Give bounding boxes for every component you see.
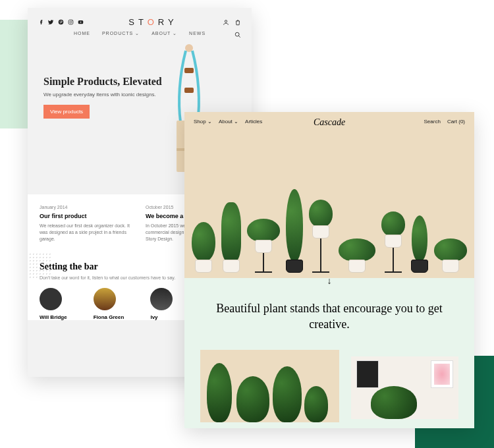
search-icon[interactable] bbox=[234, 32, 241, 38]
cascade-gallery bbox=[184, 350, 474, 428]
svg-point-7 bbox=[185, 44, 193, 52]
timeline-item: January 2014 Our first product We releas… bbox=[40, 205, 134, 242]
nav-home[interactable]: HOME bbox=[74, 31, 90, 36]
cascade-template-preview: Shop ⌄ About ⌄ Articles Search Cart (0) … bbox=[184, 112, 474, 428]
tagline-text: Beautiful plant stands that encourage yo… bbox=[211, 300, 448, 333]
nav-about[interactable]: About ⌄ bbox=[219, 119, 238, 125]
svg-point-5 bbox=[225, 20, 227, 22]
story-logo[interactable]: STORY bbox=[128, 17, 177, 27]
person-name: Ivy bbox=[150, 314, 173, 320]
nav-news[interactable]: NEWS bbox=[189, 31, 206, 36]
timeline-body: We released our first desk organizer doc… bbox=[40, 223, 134, 242]
timeline-date: January 2014 bbox=[40, 205, 134, 210]
account-icon[interactable] bbox=[223, 19, 229, 26]
logo-text: RY bbox=[158, 17, 178, 27]
view-products-button[interactable]: View products bbox=[43, 105, 90, 119]
person-card[interactable]: Will Bridge bbox=[40, 288, 67, 320]
cascade-logo[interactable]: Cascade bbox=[314, 117, 345, 128]
scroll-down-icon[interactable]: ↓ bbox=[327, 275, 332, 286]
gallery-image-2[interactable] bbox=[351, 356, 458, 419]
avatar bbox=[40, 288, 62, 310]
youtube-icon[interactable] bbox=[78, 19, 84, 25]
facebook-icon[interactable] bbox=[38, 19, 44, 25]
instagram-icon[interactable] bbox=[68, 19, 74, 25]
avatar bbox=[150, 288, 173, 310]
svg-point-0 bbox=[59, 20, 64, 25]
story-header: STORY bbox=[28, 8, 252, 31]
nav-shop[interactable]: Shop ⌄ bbox=[194, 119, 212, 125]
svg-point-2 bbox=[70, 21, 72, 23]
cascade-hero: Shop ⌄ About ⌄ Articles Search Cart (0) … bbox=[184, 112, 474, 278]
svg-rect-8 bbox=[184, 68, 194, 73]
svg-point-6 bbox=[235, 32, 239, 36]
nav-about[interactable]: ABOUT ⌄ bbox=[151, 31, 177, 36]
person-name: Will Bridge bbox=[40, 314, 67, 320]
pinterest-icon[interactable] bbox=[58, 19, 64, 25]
svg-rect-9 bbox=[184, 88, 194, 93]
nav-products[interactable]: PRODUCTS ⌄ bbox=[102, 31, 140, 36]
story-nav: HOME PRODUCTS ⌄ ABOUT ⌄ NEWS bbox=[28, 31, 252, 43]
logo-text: ST bbox=[128, 17, 147, 27]
nav-articles[interactable]: Articles bbox=[245, 119, 262, 125]
person-name: Fiona Green bbox=[94, 314, 124, 320]
bag-icon[interactable] bbox=[234, 19, 241, 26]
avatar bbox=[94, 288, 116, 310]
logo-accent: O bbox=[148, 17, 158, 27]
social-icons bbox=[38, 19, 84, 25]
hero-plants bbox=[184, 163, 474, 278]
dots-decoration bbox=[28, 252, 51, 279]
nav-cart[interactable]: Cart (0) bbox=[447, 119, 465, 125]
cascade-tagline: Beautiful plant stands that encourage yo… bbox=[184, 278, 474, 350]
header-actions bbox=[223, 19, 241, 26]
person-card[interactable]: Fiona Green bbox=[94, 288, 124, 320]
svg-point-3 bbox=[72, 20, 72, 21]
nav-search[interactable]: Search bbox=[424, 119, 441, 125]
person-card[interactable]: Ivy bbox=[150, 288, 173, 320]
gallery-image-1[interactable] bbox=[200, 350, 339, 422]
twitter-icon[interactable] bbox=[48, 19, 54, 25]
timeline-title: Our first product bbox=[40, 213, 134, 219]
